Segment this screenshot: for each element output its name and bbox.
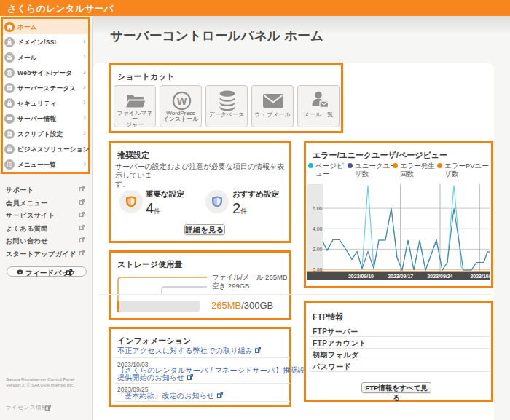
- svg-text:2023/09/24: 2023/09/24: [427, 274, 452, 279]
- svg-text:2023/09/17: 2023/09/17: [388, 274, 413, 279]
- svg-text:2023/09/10: 2023/09/10: [348, 274, 374, 279]
- svg-text:0.00: 0.00: [313, 267, 323, 272]
- svg-text:6.00: 6.00: [313, 206, 323, 211]
- svg-text:2.00: 2.00: [313, 247, 323, 252]
- svg-text:2023/10/0: 2023/10/0: [470, 274, 491, 279]
- svg-text:4.00: 4.00: [313, 226, 323, 231]
- svg-text:W: W: [177, 95, 187, 107]
